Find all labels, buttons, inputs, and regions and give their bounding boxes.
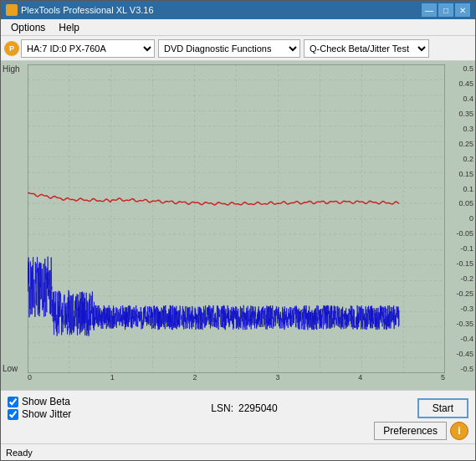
y-right-7: 0.15 [458, 170, 473, 178]
show-beta-checkbox[interactable] [8, 397, 18, 407]
y-right-6: 0.2 [463, 155, 473, 163]
y-right-17: -0.35 [456, 320, 473, 328]
app-icon [6, 4, 18, 16]
y-right-13: -0.15 [456, 259, 473, 268]
show-beta-label[interactable]: Show Beta [22, 396, 70, 407]
bottom-row1: Show Beta Show Jitter LSN: 2295040 Start [8, 396, 468, 420]
menu-bar: Options Help [1, 19, 475, 36]
chart-canvas [28, 64, 445, 373]
lsn-area: LSN: 2295040 [211, 402, 277, 414]
x-label-0: 0 [28, 373, 32, 388]
bottom-row2-right: Preferences i [374, 422, 468, 440]
status-text: Ready [6, 448, 33, 458]
show-jitter-label[interactable]: Show Jitter [22, 408, 71, 420]
toolbar: P HA:7 ID:0 PX-760A DVD Diagnostic Funct… [1, 36, 475, 61]
y-right-1: 0.45 [458, 79, 473, 88]
bottom-panel: Show Beta Show Jitter LSN: 2295040 Start… [1, 390, 475, 443]
info-button[interactable]: i [450, 422, 468, 440]
y-right-12: -0.1 [460, 244, 473, 253]
x-label-2: 2 [193, 373, 197, 388]
y-right-20: -0.5 [460, 365, 473, 373]
y-right-3: 0.35 [458, 110, 473, 118]
lsn-value: 2295040 [238, 402, 278, 414]
y-right-0: 0.5 [463, 64, 473, 73]
function-select[interactable]: DVD Diagnostic Functions [158, 39, 300, 58]
title-bar-text: PlexTools Professional XL V3.16 [21, 5, 422, 15]
app-window: PlexTools Professional XL V3.16 — □ ✕ Op… [0, 0, 476, 461]
show-jitter-checkbox[interactable] [8, 409, 18, 420]
start-button[interactable]: Start [417, 398, 468, 418]
maximize-button[interactable]: □ [438, 3, 453, 17]
y-right-16: -0.3 [460, 305, 473, 313]
y-right-18: -0.4 [460, 335, 473, 343]
bottom-row2: Preferences i [8, 422, 468, 440]
chart-area: High Low 0.5 0.45 0.4 0.35 0.3 0.25 0.2 … [1, 61, 475, 390]
y-right-4: 0.3 [463, 125, 473, 133]
title-bar: PlexTools Professional XL V3.16 — □ ✕ [1, 1, 475, 19]
show-jitter-row: Show Jitter [8, 408, 71, 420]
minimize-button[interactable]: — [422, 3, 437, 17]
menu-options[interactable]: Options [4, 20, 52, 35]
y-right-14: -0.2 [460, 274, 473, 283]
device-select[interactable]: HA:7 ID:0 PX-760A [21, 39, 155, 58]
y-right-8: 0.1 [463, 185, 473, 193]
test-select[interactable]: Q-Check Beta/Jitter Test [304, 39, 429, 58]
y-right-5: 0.25 [458, 140, 473, 148]
preferences-button[interactable]: Preferences [374, 422, 447, 440]
y-right-11: -0.05 [456, 229, 473, 238]
y-right-19: -0.45 [456, 350, 473, 358]
close-button[interactable]: ✕ [455, 3, 470, 17]
device-selector-group: P HA:7 ID:0 PX-760A [4, 39, 155, 58]
y-right-10: 0 [469, 214, 473, 223]
checkboxes: Show Beta Show Jitter [8, 396, 71, 420]
status-bar: Ready [1, 443, 475, 460]
y-right-9: 0.05 [458, 199, 473, 207]
y-right-15: -0.25 [456, 289, 473, 298]
y-right-2: 0.4 [463, 95, 473, 103]
lsn-label: LSN: [211, 402, 233, 414]
device-icon: P [4, 41, 19, 56]
x-label-1: 1 [110, 373, 115, 388]
show-beta-row: Show Beta [8, 396, 71, 407]
menu-help[interactable]: Help [52, 20, 86, 35]
title-bar-controls: — □ ✕ [422, 3, 470, 17]
x-label-3: 3 [275, 373, 279, 388]
x-label-5: 5 [441, 373, 445, 388]
x-label-4: 4 [358, 373, 362, 388]
y-label-low: Low [3, 364, 26, 373]
y-label-high: High [3, 64, 26, 74]
